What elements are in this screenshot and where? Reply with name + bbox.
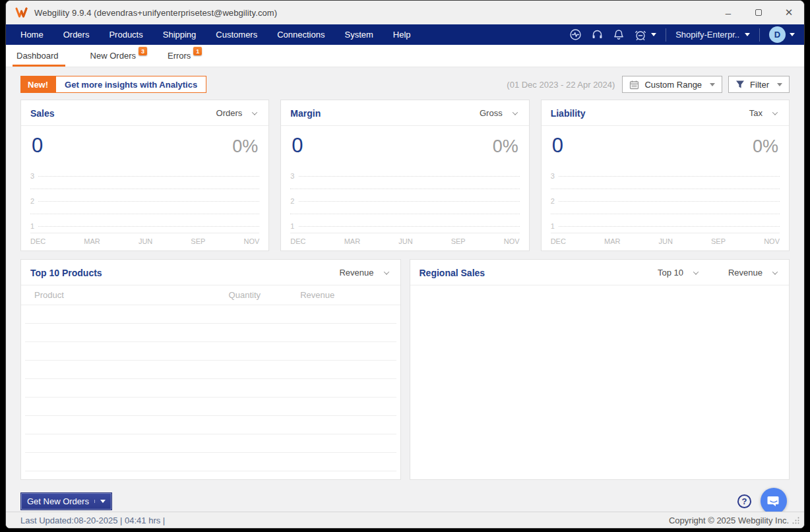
regional-topn-dropdown[interactable]: Top 10 <box>655 266 701 279</box>
tab-new-orders[interactable]: New Orders 3 <box>89 45 137 67</box>
main-nav: Home Orders Products Shipping Customers … <box>6 24 804 45</box>
regional-metric-dropdown[interactable]: Revenue <box>726 266 780 279</box>
alarm-dropdown-caret-icon[interactable] <box>651 33 656 36</box>
liability-card: Liability Tax 0 0% 3 2 1 <box>541 100 790 251</box>
liability-chart: 3 2 1 DEC MAR JUN SEP NOV <box>542 159 789 251</box>
sales-metric-dropdown[interactable]: Orders <box>214 107 260 119</box>
table-row <box>25 453 396 471</box>
headset-icon[interactable] <box>591 28 604 41</box>
x-tick: JUN <box>139 237 152 245</box>
table-row <box>25 416 396 434</box>
top-products-table-header: Product Quantity Revenue <box>21 285 400 305</box>
promo-toolbar-row: New! Get more insights with Analytics (0… <box>20 76 790 93</box>
chevron-down-icon <box>512 109 517 115</box>
user-menu-caret-icon <box>790 33 795 36</box>
help-button[interactable]: ? <box>737 494 751 508</box>
nav-item-home[interactable]: Home <box>20 30 53 40</box>
webgility-logo-icon <box>15 7 28 18</box>
x-tick: NOV <box>764 237 780 245</box>
custom-range-label: Custom Range <box>644 80 702 90</box>
liability-metric-dropdown[interactable]: Tax <box>747 107 780 119</box>
nav-divider <box>666 28 666 42</box>
liability-value: 0 <box>552 134 563 158</box>
regional-sales-card: Regional Sales Top 10 Revenue <box>410 259 790 480</box>
x-tick: SEP <box>711 237 726 245</box>
nav-item-orders[interactable]: Orders <box>53 30 100 40</box>
bell-icon[interactable] <box>613 28 625 41</box>
table-row <box>25 305 396 324</box>
margin-metric-dropdown[interactable]: Gross <box>477 107 520 119</box>
sales-metric-value: Orders <box>216 108 243 118</box>
margin-metric-value: Gross <box>480 108 503 118</box>
get-new-orders-button[interactable]: Get New Orders <box>20 492 112 510</box>
margin-percent: 0% <box>493 136 518 157</box>
y-tick: 1 <box>551 222 559 231</box>
sales-value: 0 <box>32 134 43 158</box>
liability-metric-value: Tax <box>749 108 763 118</box>
sales-percent: 0% <box>232 136 258 157</box>
filter-button[interactable]: Filter <box>728 76 790 93</box>
sales-card-title: Sales <box>30 108 55 119</box>
table-row <box>25 398 396 416</box>
table-row <box>25 434 396 453</box>
column-quantity: Quantity <box>189 290 300 300</box>
x-tick: SEP <box>191 237 205 245</box>
top-products-table-body <box>21 305 400 479</box>
top-products-title: Top 10 Products <box>30 268 102 278</box>
chevron-down-icon <box>693 269 699 274</box>
table-row <box>25 324 396 342</box>
user-menu[interactable]: D <box>769 26 795 43</box>
x-tick: NOV <box>243 237 259 245</box>
title-bar: Webgility 9.9.4 (devendras+unifyenterpri… <box>6 1 804 24</box>
minimize-button[interactable]: – <box>713 1 743 24</box>
analytics-button[interactable]: Get more insights with Analytics <box>55 76 206 93</box>
margin-card: Margin Gross 0 0% 3 2 1 <box>280 100 529 251</box>
table-row <box>25 342 396 361</box>
filter-caret-icon <box>777 83 782 86</box>
sales-chart: 3 2 1 DEC MAR JUN SEP NOV <box>21 159 268 251</box>
new-orders-count-badge: 3 <box>139 47 147 55</box>
column-product: Product <box>34 290 189 300</box>
window-title: Webgility 9.9.4 (devendras+unifyenterpri… <box>34 8 277 18</box>
tab-bar: Dashboard New Orders 3 Errors 1 <box>6 45 804 67</box>
sales-card: Sales Orders 0 0% 3 2 1 <box>20 100 269 251</box>
table-row <box>25 361 396 379</box>
x-tick: DEC <box>551 237 566 245</box>
chevron-down-icon <box>772 109 778 115</box>
y-tick: 1 <box>30 222 38 231</box>
x-tick: MAR <box>344 237 360 245</box>
chevron-down-icon <box>383 269 389 274</box>
top-products-metric-value: Revenue <box>339 268 373 278</box>
nav-item-help[interactable]: Help <box>383 30 421 40</box>
chevron-down-icon <box>772 269 778 274</box>
store-selector[interactable]: Shopify-Enterpr.. <box>675 30 750 40</box>
resize-grip[interactable] <box>792 516 800 525</box>
tab-label: Errors <box>168 51 191 61</box>
bottom-cards-row: Top 10 Products Revenue Product Quantity… <box>20 259 790 480</box>
chat-widget-button[interactable] <box>761 488 787 512</box>
copyright-label: Copyright © 2025 Webgility Inc. <box>669 516 789 525</box>
regional-sales-body <box>410 285 790 479</box>
metric-cards-row: Sales Orders 0 0% 3 2 1 <box>20 100 790 251</box>
maximize-button[interactable] <box>743 1 774 24</box>
get-new-orders-dropdown[interactable] <box>94 500 106 503</box>
new-badge: New! <box>20 76 55 93</box>
x-tick: DEC <box>290 237 305 245</box>
x-tick: JUN <box>659 237 673 245</box>
top-products-metric-dropdown[interactable]: Revenue <box>336 266 390 279</box>
store-caret-icon <box>745 33 750 36</box>
tab-errors[interactable]: Errors 1 <box>166 45 192 67</box>
nav-item-shipping[interactable]: Shipping <box>153 30 206 40</box>
custom-range-button[interactable]: Custom Range <box>622 76 722 93</box>
get-new-orders-label: Get New Orders <box>27 496 89 506</box>
alarm-icon[interactable] <box>634 28 656 42</box>
nav-item-customers[interactable]: Customers <box>206 30 267 40</box>
tab-dashboard[interactable]: Dashboard <box>15 45 60 67</box>
activity-icon[interactable] <box>569 28 582 41</box>
last-updated-label: Last Updated:08-20-2025 | 04:41 hrs | <box>20 516 165 525</box>
nav-item-system[interactable]: System <box>334 30 383 40</box>
errors-count-badge: 1 <box>193 47 202 55</box>
close-button[interactable]: ✕ <box>774 1 804 24</box>
nav-item-connections[interactable]: Connections <box>267 30 334 40</box>
nav-item-products[interactable]: Products <box>99 30 152 40</box>
